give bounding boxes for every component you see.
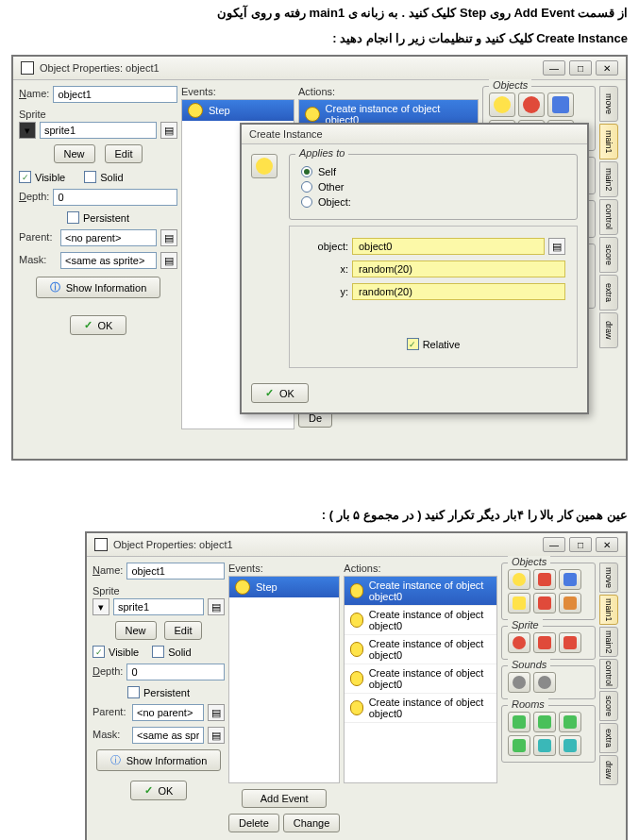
solid-checkbox[interactable]: Solid [84, 171, 123, 183]
edit-button[interactable]: Edit [164, 621, 203, 640]
instruction-3: عین همین کار بالا را ۴بار دیگر تکرار کنی… [0, 502, 639, 528]
action-row[interactable]: Create instance of object object0 [345, 577, 496, 606]
new-button[interactable]: New [115, 621, 157, 640]
palette-btn[interactable] [547, 92, 574, 117]
palette-btn[interactable] [508, 569, 530, 590]
change-button[interactable]: Change [283, 814, 341, 832]
tab-main1[interactable]: main1 [599, 595, 618, 625]
show-info-button[interactable]: ⓘShow Information [36, 277, 161, 298]
palette-btn[interactable] [533, 672, 556, 693]
palette-btn[interactable] [533, 735, 556, 756]
sprite-browse-icon[interactable]: ▤ [160, 122, 177, 139]
mask-browse-icon[interactable]: ▤ [208, 727, 225, 744]
sprite-browse-icon[interactable]: ▤ [208, 598, 225, 615]
tab-control[interactable]: control [599, 659, 618, 689]
name-input[interactable] [53, 86, 177, 103]
sprite-preview-icon[interactable]: ▾ [19, 122, 36, 139]
tab-draw[interactable]: draw [599, 755, 618, 785]
action-row[interactable]: Create instance of object object0 [345, 606, 496, 635]
sprite-input[interactable] [113, 598, 204, 615]
dialog-ok-button[interactable]: ✓OK [251, 383, 309, 403]
sprite-input[interactable] [40, 122, 157, 139]
depth-input[interactable] [126, 664, 225, 680]
palette-btn[interactable] [508, 593, 530, 613]
tab-move[interactable]: move [599, 563, 618, 593]
visible-checkbox[interactable]: ✓Visible [19, 171, 65, 183]
palette-btn[interactable] [508, 672, 530, 693]
ok-button-1[interactable]: ✓OK [70, 315, 127, 335]
palette-btn[interactable] [533, 569, 556, 590]
maximize-button[interactable]: □ [569, 60, 592, 76]
palette-btn[interactable] [559, 712, 581, 732]
palette-btn[interactable] [533, 712, 556, 732]
add-event-button[interactable]: Add Event [242, 789, 327, 808]
palette-btn[interactable] [508, 735, 530, 756]
palette-btn[interactable] [508, 632, 530, 653]
show-info-button[interactable]: ⓘShow Information [96, 749, 222, 771]
events-list-2[interactable]: Step [228, 576, 340, 783]
palette-btn[interactable] [508, 712, 530, 732]
ok-label: OK [98, 320, 113, 331]
tab-main1[interactable]: main1 [599, 124, 618, 160]
palette-btn[interactable] [489, 92, 515, 117]
mask-input[interactable] [60, 252, 157, 269]
parent-input[interactable] [60, 229, 157, 246]
object-browse-icon[interactable]: ▤ [548, 238, 565, 255]
parent-input[interactable] [132, 704, 204, 721]
rooms-section: Rooms [508, 698, 548, 710]
parent-browse-icon[interactable]: ▤ [160, 229, 177, 246]
maximize-button[interactable]: □ [569, 537, 592, 552]
radio-other[interactable]: Other [301, 181, 565, 193]
persistent-checkbox[interactable]: Persistent [127, 686, 190, 698]
tab-score[interactable]: score [599, 237, 618, 273]
palette-btn[interactable] [533, 632, 556, 653]
sprite-preview-icon[interactable]: ▾ [92, 598, 109, 615]
event-step[interactable]: Step [229, 577, 339, 597]
palette-btn[interactable] [559, 569, 581, 590]
action-row[interactable]: Create instance of object object0 [345, 635, 496, 664]
tab-main2[interactable]: main2 [599, 627, 618, 657]
action-row[interactable]: Create instance of object object0 [345, 694, 496, 723]
x-field[interactable] [352, 260, 565, 277]
parent-browse-icon[interactable]: ▤ [208, 704, 225, 721]
tab-main2[interactable]: main2 [599, 161, 618, 197]
tab-extra[interactable]: extra [599, 723, 618, 753]
minimize-button[interactable]: — [543, 537, 565, 552]
close-button[interactable]: ✕ [596, 60, 618, 76]
event-step[interactable]: Step [182, 100, 294, 121]
palette-btn[interactable] [559, 632, 581, 653]
radio-self[interactable]: Self [301, 166, 565, 177]
minimize-button[interactable]: — [543, 60, 565, 76]
relative-checkbox[interactable]: ✓Relative [407, 338, 461, 350]
titlebar-2: Object Properties: object1 — □ ✕ [87, 533, 626, 557]
tab-control[interactable]: control [599, 199, 618, 235]
mask-browse-icon[interactable]: ▤ [160, 252, 177, 269]
palette-btn[interactable] [533, 593, 556, 613]
action-row[interactable]: Create instance of object object0 [345, 664, 496, 694]
solid-checkbox[interactable]: Solid [152, 646, 191, 658]
visible-checkbox[interactable]: ✓Visible [92, 646, 139, 658]
step-event-icon [235, 580, 250, 595]
action-text: Create instance of object object0 [369, 697, 491, 719]
close-button[interactable]: ✕ [596, 537, 618, 552]
dialog-titlebar: Create Instance [242, 125, 587, 144]
palette-btn[interactable] [559, 593, 581, 613]
tab-draw[interactable]: draw [599, 312, 618, 348]
mask-input[interactable] [132, 727, 204, 744]
tab-move[interactable]: move [599, 86, 618, 122]
ok-button-2[interactable]: ✓OK [130, 781, 188, 800]
tab-score[interactable]: score [599, 691, 618, 721]
edit-button[interactable]: Edit [105, 144, 143, 163]
new-button[interactable]: New [54, 144, 95, 163]
delete-button[interactable]: Delete [228, 814, 279, 832]
radio-object[interactable]: Object: [301, 196, 565, 208]
actions-list-2[interactable]: Create instance of object object0 Create… [344, 576, 497, 783]
y-field[interactable] [352, 283, 565, 300]
palette-btn[interactable] [559, 735, 581, 756]
tab-extra[interactable]: extra [599, 275, 618, 311]
name-input[interactable] [126, 563, 225, 580]
persistent-checkbox[interactable]: Persistent [67, 211, 129, 224]
depth-input[interactable] [53, 189, 177, 206]
palette-btn[interactable] [518, 92, 545, 117]
object-field[interactable] [352, 238, 545, 255]
